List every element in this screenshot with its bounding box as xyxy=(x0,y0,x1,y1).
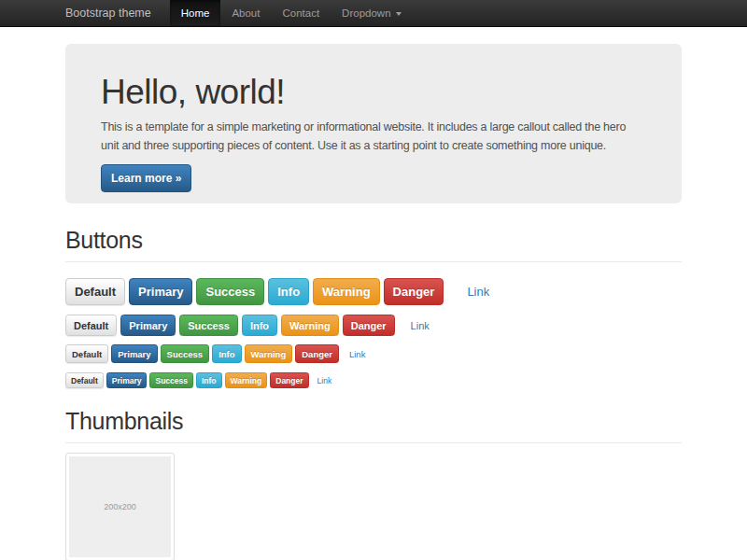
warning-button[interactable]: Warning xyxy=(281,315,339,336)
buttons-section-header: Buttons xyxy=(65,227,682,262)
warning-button-small[interactable]: Warning xyxy=(245,344,293,363)
thumbnail[interactable]: 200x200 xyxy=(65,453,175,560)
nav-item-about[interactable]: About xyxy=(220,0,271,26)
success-button-small[interactable]: Success xyxy=(161,344,210,363)
primary-button-small[interactable]: Primary xyxy=(111,344,157,363)
button-row-small: Default Primary Success Info Warning Dan… xyxy=(65,344,682,363)
nav-item-home[interactable]: Home xyxy=(170,0,221,26)
warning-button-large[interactable]: Warning xyxy=(313,278,380,305)
link-button-large[interactable]: Link xyxy=(458,279,498,304)
link-button-small[interactable]: Link xyxy=(344,345,371,362)
default-button-large[interactable]: Default xyxy=(65,278,125,305)
danger-button-small[interactable]: Danger xyxy=(295,344,339,363)
primary-button-large[interactable]: Primary xyxy=(129,278,192,305)
info-button-large[interactable]: Info xyxy=(268,278,309,305)
default-button-xs[interactable]: Default xyxy=(65,372,104,388)
placeholder-label: 200x200 xyxy=(104,502,136,511)
default-button[interactable]: Default xyxy=(65,315,117,336)
success-button-xs[interactable]: Success xyxy=(149,372,193,388)
button-row-large: Default Primary Success Info Warning Dan… xyxy=(65,278,682,305)
nav-item-contact[interactable]: Contact xyxy=(271,0,331,26)
placeholder-image: 200x200 xyxy=(69,456,171,557)
navbar-nav: Home About Contact Dropdown xyxy=(170,0,413,26)
link-button[interactable]: Link xyxy=(403,315,437,335)
danger-button-xs[interactable]: Danger xyxy=(270,372,308,388)
hero-description: This is a template for a simple marketin… xyxy=(101,118,646,155)
info-button-xs[interactable]: Info xyxy=(196,372,222,388)
success-button-large[interactable]: Success xyxy=(196,278,264,305)
navbar: Bootstrap theme Home About Contact Dropd… xyxy=(0,0,747,27)
info-button[interactable]: Info xyxy=(242,315,277,336)
buttons-heading: Buttons xyxy=(65,227,682,254)
primary-button-xs[interactable]: Primary xyxy=(106,372,148,388)
primary-button[interactable]: Primary xyxy=(120,315,176,336)
navbar-brand[interactable]: Bootstrap theme xyxy=(65,0,170,26)
nav-item-dropdown[interactable]: Dropdown xyxy=(331,0,412,26)
link-button-xs[interactable]: Link xyxy=(313,373,337,387)
success-button[interactable]: Success xyxy=(179,315,238,336)
danger-button-large[interactable]: Danger xyxy=(384,278,444,305)
danger-button[interactable]: Danger xyxy=(343,315,395,336)
warning-button-xs[interactable]: Warning xyxy=(225,372,268,388)
button-row-default: Default Primary Success Info Warning Dan… xyxy=(65,315,682,336)
thumbnails-section-header: Thumbnails xyxy=(65,408,682,443)
chevron-down-icon xyxy=(396,12,402,16)
default-button-small[interactable]: Default xyxy=(65,344,108,363)
hero-title: Hello, world! xyxy=(101,75,646,109)
nav-item-dropdown-label: Dropdown xyxy=(342,0,390,26)
thumbnails-heading: Thumbnails xyxy=(65,408,682,435)
button-row-extra-small: Default Primary Success Info Warning Dan… xyxy=(65,372,682,388)
learn-more-button[interactable]: Learn more » xyxy=(101,164,191,192)
info-button-small[interactable]: Info xyxy=(212,344,241,363)
hero-unit: Hello, world! This is a template for a s… xyxy=(65,44,682,203)
